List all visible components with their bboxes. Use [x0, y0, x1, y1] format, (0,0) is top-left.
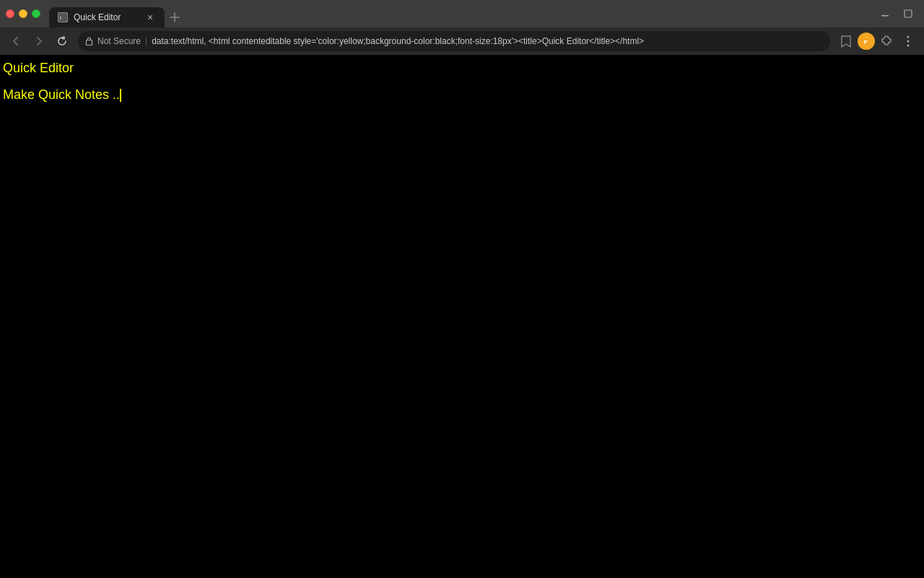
traffic-lights [6, 9, 40, 18]
tab-bar: i Quick Editor × [49, 0, 869, 27]
not-secure-label: Not Secure [97, 36, 141, 46]
restore-btn[interactable] [898, 4, 918, 24]
svg-point-9 [907, 45, 910, 47]
page-title: Quick Editor [3, 61, 921, 76]
page-body: Make Quick Notes .. [3, 87, 921, 103]
bookmark-button[interactable] [836, 31, 856, 51]
maximize-window-button[interactable] [32, 9, 40, 18]
extensions-button[interactable] [876, 31, 897, 51]
nav-bar: Not Secure | data:text/html, <html conte… [0, 27, 924, 55]
svg-rect-4 [87, 40, 92, 45]
forward-button[interactable] [29, 31, 49, 51]
tab-favicon: i [58, 12, 68, 22]
reload-button[interactable] [52, 31, 72, 51]
nav-right-buttons: P [836, 31, 918, 51]
separator: | [145, 36, 147, 46]
svg-rect-2 [881, 15, 889, 17]
new-tab-button[interactable] [165, 7, 185, 27]
text-cursor [120, 89, 121, 102]
profile-button[interactable]: P [858, 33, 875, 50]
active-tab[interactable]: i Quick Editor × [49, 7, 165, 27]
svg-point-7 [907, 36, 910, 38]
svg-text:P: P [864, 39, 868, 46]
svg-rect-3 [905, 10, 912, 17]
more-options-button[interactable] [898, 31, 918, 51]
tab-title: Quick Editor [74, 12, 139, 22]
security-icon [85, 36, 93, 47]
address-url: data:text/html, <html contenteditable st… [152, 36, 823, 46]
back-button[interactable] [6, 31, 26, 51]
body-text: Make Quick Notes .. [3, 87, 120, 102]
tab-close-button[interactable]: × [144, 12, 156, 23]
close-window-button[interactable] [6, 9, 14, 18]
minimize-btn[interactable] [875, 4, 895, 24]
editor-area[interactable]: Quick Editor Make Quick Notes .. [0, 55, 924, 578]
title-bar: i Quick Editor × [0, 0, 924, 27]
minimize-window-button[interactable] [19, 9, 27, 18]
browser-controls-right [875, 4, 918, 24]
svg-point-8 [907, 40, 910, 43]
browser-chrome: i Quick Editor × [0, 0, 924, 578]
svg-text:i: i [60, 14, 61, 21]
address-bar[interactable]: Not Secure | data:text/html, <html conte… [78, 31, 830, 51]
